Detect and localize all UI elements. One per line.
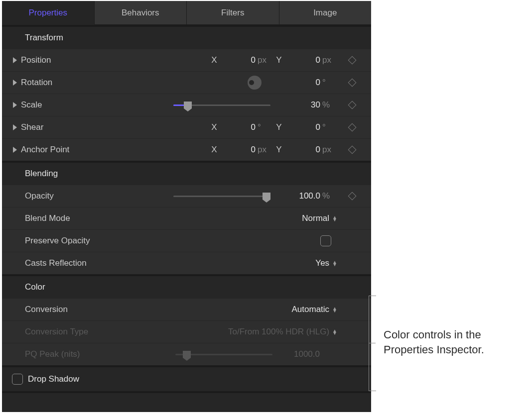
disclosure-icon[interactable] (13, 102, 17, 108)
annotation-callout: Color controls in the Properties Inspect… (378, 293, 484, 357)
stepper-icon: ▲▼ (332, 329, 337, 334)
tab-label: Filters (221, 8, 244, 18)
preserve-opacity-label: Preserve Opacity (25, 236, 107, 246)
drop-shadow-label: Drop Shadow (28, 374, 79, 384)
conversion-label: Conversion (25, 305, 107, 314)
position-label: Position (21, 55, 103, 65)
pq-peak-row: PQ Peak (nits) 1000.0 (2, 343, 371, 365)
rotation-row: Rotation 0 ° (2, 71, 371, 94)
stepper-icon: ▲▼ (332, 307, 337, 312)
transform-header: Transform (2, 27, 371, 49)
preserve-opacity-checkbox[interactable] (320, 235, 331, 246)
blending-group: Opacity 100.0 % Blend Mode (2, 185, 371, 274)
blend-mode-row: Blend Mode Normal ▲▼ (2, 207, 371, 229)
axis-x: X (208, 122, 221, 132)
tab-label: Behaviors (122, 8, 159, 18)
drop-shadow-row: Drop Shadow (2, 365, 371, 393)
tab-behaviors[interactable]: Behaviors (95, 1, 187, 25)
anchor-x-value[interactable]: 0 (221, 145, 256, 155)
unit-label: px (320, 55, 337, 65)
tab-properties[interactable]: Properties (2, 1, 95, 25)
scale-slider[interactable] (173, 100, 270, 110)
color-group: Conversion Automatic ▲▼ Conversion Type (2, 298, 371, 365)
keyframe-button[interactable] (337, 193, 367, 199)
keyframe-button[interactable] (337, 80, 367, 86)
rotation-label: Rotation (21, 78, 103, 88)
diamond-icon (348, 123, 357, 132)
anchor-point-label: Anchor Point (21, 145, 103, 155)
keyframe-button[interactable] (337, 102, 367, 108)
rotation-dial[interactable] (248, 76, 262, 90)
unit-label: ° (256, 122, 272, 132)
unit-label: px (320, 145, 337, 155)
tab-image[interactable]: Image (279, 1, 372, 25)
popup-value: Yes (315, 258, 329, 268)
annotation-line: Color controls in the (384, 327, 484, 342)
inspector-tabs: Properties Behaviors Filters Image (2, 1, 371, 25)
preserve-opacity-row: Preserve Opacity (2, 229, 371, 252)
shear-row: Shear X 0 ° Y 0 ° (2, 116, 371, 138)
tab-filters[interactable]: Filters (187, 1, 279, 25)
anchor-y-value[interactable]: 0 (285, 145, 320, 155)
diamond-icon (348, 146, 357, 154)
position-row: Position X 0 px Y 0 px (2, 49, 371, 71)
anchor-point-row: Anchor Point X 0 px Y 0 px (2, 138, 371, 161)
unit-label: px (256, 145, 272, 155)
axis-y: Y (272, 145, 285, 155)
opacity-label: Opacity (25, 191, 107, 201)
color-header: Color (2, 276, 371, 298)
stepper-icon: ▲▼ (332, 216, 337, 221)
shear-label: Shear (21, 122, 103, 132)
position-x-value[interactable]: 0 (221, 55, 256, 65)
keyframe-button[interactable] (337, 124, 367, 130)
pq-peak-label: PQ Peak (nits) (25, 349, 107, 359)
rotation-value[interactable]: 0 (266, 78, 320, 88)
position-y-value[interactable]: 0 (285, 55, 320, 65)
disclosure-icon[interactable] (13, 57, 17, 63)
diamond-icon (348, 56, 357, 65)
unit-label: % (320, 100, 337, 110)
properties-inspector: Properties Behaviors Filters Image Trans… (2, 1, 371, 412)
axis-y: Y (272, 55, 285, 65)
shear-y-value[interactable]: 0 (285, 122, 320, 132)
scale-label: Scale (21, 100, 103, 110)
unit-label: px (256, 55, 272, 65)
diamond-icon (348, 79, 357, 87)
scale-value[interactable]: 30 (274, 100, 320, 110)
keyframe-button[interactable] (337, 57, 367, 63)
opacity-value[interactable]: 100.0 (274, 191, 320, 201)
disclosure-icon[interactable] (13, 80, 17, 86)
bracket-icon (369, 296, 376, 391)
unit-label: ° (320, 122, 337, 132)
pq-peak-slider (175, 349, 272, 359)
scale-row: Scale 30 % (2, 94, 371, 116)
disclosure-icon[interactable] (13, 124, 17, 130)
conversion-row: Conversion Automatic ▲▼ (2, 298, 371, 320)
stepper-icon: ▲▼ (332, 261, 337, 266)
axis-x: X (208, 55, 221, 65)
casts-reflection-popup[interactable]: Yes ▲▼ (315, 258, 337, 268)
transform-group: Position X 0 px Y 0 px Rotation 0 (2, 49, 371, 161)
unit-label: % (320, 191, 337, 201)
pq-peak-value: 1000.0 (276, 349, 337, 359)
diamond-icon (348, 192, 357, 201)
casts-reflection-row: Casts Reflection Yes ▲▼ (2, 252, 371, 274)
keyframe-button[interactable] (337, 147, 367, 153)
opacity-row: Opacity 100.0 % (2, 185, 371, 207)
conversion-popup[interactable]: Automatic ▲▼ (292, 305, 338, 314)
drop-shadow-checkbox[interactable] (12, 374, 23, 385)
axis-x: X (208, 145, 221, 155)
blend-mode-label: Blend Mode (25, 213, 107, 223)
shear-x-value[interactable]: 0 (221, 122, 256, 132)
disclosure-icon[interactable] (13, 147, 17, 153)
diamond-icon (348, 101, 357, 109)
bracket-tick-icon (369, 343, 376, 343)
blend-mode-popup[interactable]: Normal ▲▼ (302, 213, 337, 223)
tab-label: Properties (29, 8, 67, 18)
opacity-slider[interactable] (173, 191, 270, 201)
blending-header: Blending (2, 163, 371, 185)
popup-value: Normal (302, 213, 329, 223)
conversion-type-row: Conversion Type To/From 100% HDR (HLG) ▲… (2, 320, 371, 343)
conversion-type-label: Conversion Type (25, 327, 107, 337)
axis-y: Y (272, 122, 285, 132)
